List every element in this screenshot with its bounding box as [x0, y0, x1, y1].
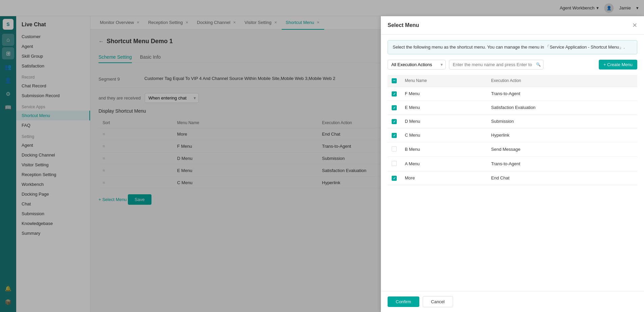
modal-row-menu-name: E Menu: [401, 101, 487, 114]
list-item: B Menu Send Message: [388, 142, 637, 157]
modal-row-execution-action: Send Message: [487, 142, 637, 157]
execution-action-filter[interactable]: All Execution Actions Trans-to-Agent Sat…: [388, 60, 446, 69]
modal-row-menu-name: D Menu: [401, 114, 487, 128]
row-checkbox-cell: [388, 157, 401, 171]
menu-search-input[interactable]: [449, 60, 543, 69]
modal-row-execution-action: End Chat: [487, 171, 637, 185]
row-checkbox-cell: [388, 142, 401, 157]
filter-select-wrapper: All Execution Actions Trans-to-Agent Sat…: [388, 60, 446, 69]
row-checkbox-cell: [388, 128, 401, 142]
select-menu-modal: Select Menu ✕ Select the following menu …: [381, 16, 644, 312]
modal-table: Menu Name Execution Action F Menu Trans-…: [388, 75, 637, 185]
cancel-button[interactable]: Cancel: [423, 296, 453, 307]
modal-footer: Confirm Cancel: [381, 291, 644, 312]
modal-row-menu-name: F Menu: [401, 87, 487, 101]
modal-body: Select the following menu as the shortcu…: [381, 35, 644, 291]
modal-toolbar: All Execution Actions Trans-to-Agent Sat…: [388, 60, 637, 69]
modal-row-execution-action: Satisfaction Evaluation: [487, 101, 637, 114]
confirm-button[interactable]: Confirm: [388, 296, 419, 307]
row-checkbox[interactable]: [392, 119, 397, 124]
row-checkbox-cell: [388, 114, 401, 128]
search-wrapper: [449, 60, 543, 69]
modal-title: Select Menu: [388, 22, 419, 28]
list-item: C Menu Hyperlink: [388, 128, 637, 142]
row-checkbox[interactable]: [392, 176, 397, 181]
modal-header: Select Menu ✕: [381, 16, 644, 35]
modal-row-execution-action: Trans-to-Agent: [487, 157, 637, 171]
modal-row-menu-name: More: [401, 171, 487, 185]
row-checkbox[interactable]: [392, 91, 397, 96]
create-menu-button[interactable]: + Create Menu: [599, 60, 637, 69]
list-item: E Menu Satisfaction Evaluation: [388, 101, 637, 114]
col-modal-menu-name: Menu Name: [401, 75, 487, 87]
modal-row-menu-name: B Menu: [401, 142, 487, 157]
list-item: F Menu Trans-to-Agent: [388, 87, 637, 101]
row-checkbox[interactable]: [392, 105, 397, 110]
list-item: A Menu Trans-to-Agent: [388, 157, 637, 171]
modal-row-execution-action: Trans-to-Agent: [487, 87, 637, 101]
modal-row-execution-action: Hyperlink: [487, 128, 637, 142]
row-checkbox-cell: [388, 101, 401, 114]
modal-row-menu-name: C Menu: [401, 128, 487, 142]
col-checkbox: [388, 75, 401, 87]
select-all-checkbox[interactable]: [392, 78, 397, 83]
modal-close-button[interactable]: ✕: [632, 22, 637, 29]
row-checkbox-cell: [388, 171, 401, 185]
row-checkbox[interactable]: [392, 133, 397, 138]
list-item: D Menu Submission: [388, 114, 637, 128]
row-checkbox-cell: [388, 87, 401, 101]
row-checkbox[interactable]: [392, 146, 397, 151]
col-modal-execution-action: Execution Action: [487, 75, 637, 87]
modal-row-menu-name: A Menu: [401, 157, 487, 171]
modal-overlay: Select Menu ✕ Select the following menu …: [0, 0, 644, 312]
modal-row-execution-action: Submission: [487, 114, 637, 128]
modal-info-box: Select the following menu as the shortcu…: [388, 40, 637, 54]
list-item: More End Chat: [388, 171, 637, 185]
row-checkbox[interactable]: [392, 161, 397, 166]
